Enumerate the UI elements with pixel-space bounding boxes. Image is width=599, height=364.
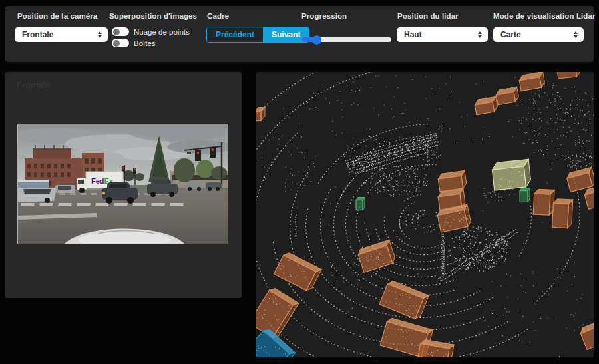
lidar-position-value: Haut — [404, 27, 422, 42]
previous-frame-button[interactable]: Précédent — [207, 27, 263, 42]
point-cloud-streak — [295, 212, 296, 239]
camera-panel-title: Frontale — [17, 80, 51, 90]
camera-position-value: Frontale — [22, 27, 53, 42]
progression-slider-thumb[interactable] — [312, 35, 321, 45]
pointcloud-toggle[interactable] — [112, 27, 129, 36]
point-cloud-cluster — [365, 165, 428, 196]
lidar-box-car — [437, 170, 467, 191]
toolbar: Position de la caméra Frontale Superposi… — [5, 6, 594, 62]
updown-arrows-icon — [98, 31, 102, 38]
lidar-mode-label: Mode de visualisation Lidar — [493, 12, 596, 20]
fedex-text-fed: Fed — [91, 177, 104, 185]
frame-button-group: Précédent Suivant — [206, 27, 309, 43]
updown-arrows-icon — [574, 31, 578, 38]
lidar-3d-viewport[interactable] — [256, 72, 594, 357]
lidar-box-pedestrian — [356, 198, 365, 210]
lidar-box-car — [417, 339, 454, 357]
point-cloud-streak — [427, 136, 429, 166]
camera-panel: Frontale — [5, 72, 242, 298]
point-cloud-cluster — [448, 226, 508, 272]
lidar-box-car — [256, 108, 265, 121]
point-cloud-streak — [355, 152, 427, 174]
lidar-box-car — [274, 251, 321, 292]
pointcloud-toggle-label: Nuage de points — [134, 28, 190, 36]
frame-label: Cadre — [207, 12, 229, 20]
point-cloud-cluster — [258, 135, 316, 191]
lidar-box-car — [557, 72, 581, 79]
lidar-box-pedestrian — [520, 188, 530, 202]
lidar-box-car — [474, 96, 498, 114]
progression-label: Progression — [301, 12, 347, 20]
boxes-toggle-label: Boîtes — [134, 39, 156, 47]
progression-slider[interactable] — [301, 37, 391, 42]
lidar-mode-select[interactable]: Carte — [493, 27, 584, 42]
point-cloud-streak — [441, 234, 445, 277]
lidar-mode-value: Carte — [500, 27, 521, 42]
point-cloud-cluster — [565, 153, 594, 170]
lidar-position-label: Position du lidar — [397, 12, 459, 20]
point-cloud-cluster — [280, 81, 579, 355]
lidar-box-car — [566, 167, 594, 192]
lidar-box-car — [579, 319, 594, 350]
toggle-knob — [113, 29, 120, 35]
camera-position-label: Position de la caméra — [17, 12, 97, 20]
crosswalk — [21, 203, 184, 206]
point-cloud-cluster — [519, 83, 594, 164]
overlay-toggle-row-pointcloud: Nuage de points — [112, 27, 190, 37]
lidar-box-car — [495, 87, 519, 104]
point-cloud-cluster — [415, 210, 437, 218]
boxes-toggle[interactable] — [112, 39, 129, 47]
point-cloud-cluster — [484, 268, 584, 343]
lidar-panel — [256, 72, 594, 357]
lidar-box-car — [518, 72, 545, 91]
lidar-box-car — [533, 189, 554, 216]
lidar-box-truck — [491, 159, 531, 190]
lidar-box-car — [584, 186, 594, 209]
lidar-box-car — [379, 279, 429, 320]
overlay-toggle-row-boxes: Boîtes — [112, 38, 156, 48]
lidar-position-select[interactable]: Haut — [397, 27, 488, 42]
lidar-box-car — [357, 240, 396, 272]
lidar-box-car — [552, 198, 573, 228]
camera-position-select[interactable]: Frontale — [15, 27, 108, 42]
toggle-knob — [113, 40, 120, 47]
updown-arrows-icon — [478, 31, 482, 38]
overlay-label: Superposition d'images — [109, 12, 197, 20]
camera-image: FedEx — [17, 124, 228, 244]
